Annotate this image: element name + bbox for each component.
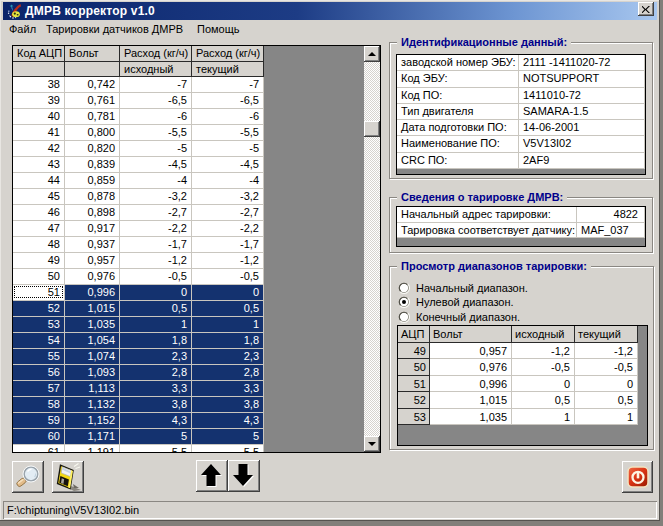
save-button[interactable] (52, 461, 84, 493)
grid-cell[interactable]: 0,976 (65, 269, 120, 285)
grid-cell[interactable]: 0,5 (192, 301, 264, 317)
grid-cell[interactable]: 49 (13, 253, 65, 269)
grid-cell[interactable]: 0 (120, 285, 192, 301)
grid-cell[interactable]: 1,113 (65, 381, 120, 397)
menu-item-0[interactable]: Файл (9, 20, 36, 39)
grid-cell[interactable]: 40 (13, 109, 65, 125)
ranges-cell[interactable]: -1,2 (512, 343, 575, 360)
grid-cell[interactable]: 56 (13, 365, 65, 381)
grid-cell[interactable]: 5 (120, 429, 192, 445)
grid-cell[interactable]: -6 (120, 109, 192, 125)
grid-cell[interactable]: 1,152 (65, 413, 120, 429)
grid-cell[interactable]: -7 (192, 77, 264, 93)
ranges-cell[interactable]: 0 (512, 376, 575, 393)
search-button[interactable] (12, 461, 44, 493)
radio-option-2[interactable]: Конечный диапазон. (398, 310, 520, 324)
grid-cell[interactable]: 39 (13, 93, 65, 109)
grid-header-cell[interactable]: Расход (кг/ч) (120, 46, 192, 62)
calibration-grid[interactable]: Код АЦПВольтРасход (кг/ч)Расход (кг/ч)ис… (12, 45, 381, 453)
grid-cell[interactable]: 0,957 (65, 253, 120, 269)
ranges-header-cell[interactable]: Вольт (430, 326, 512, 343)
radio-option-0[interactable]: Начальный диапазон. (398, 281, 528, 295)
grid-cell[interactable]: 47 (13, 221, 65, 237)
grid-cell[interactable]: 0 (192, 285, 264, 301)
grid-cell[interactable]: 1,015 (65, 301, 120, 317)
grid-cell[interactable]: 4,3 (120, 413, 192, 429)
grid-cell[interactable]: 38 (13, 77, 65, 93)
grid-cell[interactable]: 5 (192, 429, 264, 445)
grid-cell[interactable]: 3,3 (192, 381, 264, 397)
grid-cell[interactable]: 45 (13, 189, 65, 205)
grid-cell[interactable]: 1,093 (65, 365, 120, 381)
ranges-cell[interactable]: 1,035 (430, 409, 512, 426)
grid-cell[interactable]: 51 (13, 285, 65, 301)
scroll-up-button[interactable] (364, 46, 380, 62)
grid-cell[interactable]: -0,5 (120, 269, 192, 285)
grid-cell[interactable]: -4,5 (120, 157, 192, 173)
grid-cell[interactable]: -4,5 (192, 157, 264, 173)
grid-cell[interactable]: 0,898 (65, 205, 120, 221)
grid-cell[interactable]: -3,2 (120, 189, 192, 205)
grid-cell[interactable]: -4 (192, 173, 264, 189)
grid-cell[interactable]: -2,7 (192, 205, 264, 221)
grid-cell[interactable]: -1,2 (192, 253, 264, 269)
grid-cell[interactable]: -1,7 (120, 237, 192, 253)
ranges-header-cell[interactable]: АЦП (398, 326, 430, 343)
grid-cell[interactable]: -5 (120, 141, 192, 157)
grid-cell[interactable]: 1 (192, 317, 264, 333)
ranges-cell[interactable]: 53 (398, 409, 430, 426)
scroll-down-button[interactable] (364, 436, 380, 452)
grid-cell[interactable]: -5 (192, 141, 264, 157)
grid-header-cell[interactable]: Расход (кг/ч) (192, 46, 264, 62)
grid-cell[interactable]: 0,761 (65, 93, 120, 109)
grid-cell[interactable]: 5,5 (192, 445, 264, 453)
grid-cell[interactable]: 1,132 (65, 397, 120, 413)
grid-scrollbar[interactable] (364, 46, 380, 452)
move-down-button[interactable] (228, 460, 260, 492)
ranges-cell[interactable]: 0,996 (430, 376, 512, 393)
grid-cell[interactable]: 1,035 (65, 317, 120, 333)
grid-cell[interactable]: -3,2 (192, 189, 264, 205)
grid-cell[interactable]: 3,3 (120, 381, 192, 397)
grid-header-cell[interactable]: Вольт (65, 46, 120, 62)
grid-cell[interactable]: 0,859 (65, 173, 120, 189)
ranges-header-cell[interactable]: исходный (512, 326, 575, 343)
ranges-cell[interactable]: 1 (512, 409, 575, 426)
grid-cell[interactable]: 0,800 (65, 125, 120, 141)
menu-item-2[interactable]: Помощь (197, 20, 240, 39)
grid-cell[interactable]: 1,054 (65, 333, 120, 349)
ranges-cell[interactable]: -1,2 (575, 343, 638, 360)
ranges-cell[interactable]: 52 (398, 392, 430, 409)
ranges-header-cell[interactable]: текущий (575, 326, 638, 343)
ranges-cell[interactable]: -0,5 (512, 359, 575, 376)
grid-cell[interactable]: -1,7 (192, 237, 264, 253)
ranges-cell[interactable]: 0,957 (430, 343, 512, 360)
grid-cell[interactable]: -2,2 (120, 221, 192, 237)
grid-cell[interactable]: 50 (13, 269, 65, 285)
grid-cell[interactable]: 44 (13, 173, 65, 189)
ranges-cell[interactable]: 49 (398, 343, 430, 360)
grid-cell[interactable]: 0,917 (65, 221, 120, 237)
grid-cell[interactable]: 48 (13, 237, 65, 253)
grid-cell[interactable]: 0,781 (65, 109, 120, 125)
grid-cell[interactable]: 1,171 (65, 429, 120, 445)
grid-cell[interactable]: 0,878 (65, 189, 120, 205)
grid-subheader-cell[interactable] (65, 62, 120, 77)
grid-cell[interactable]: -4 (120, 173, 192, 189)
ranges-cell[interactable]: 50 (398, 359, 430, 376)
scroll-thumb[interactable] (364, 121, 380, 137)
grid-cell[interactable]: 1,8 (192, 333, 264, 349)
grid-cell[interactable]: -6 (192, 109, 264, 125)
ranges-cell[interactable]: 1,015 (430, 392, 512, 409)
grid-subheader-cell[interactable] (13, 62, 65, 77)
grid-cell[interactable]: 60 (13, 429, 65, 445)
grid-cell[interactable]: 46 (13, 205, 65, 221)
grid-cell[interactable]: 0,820 (65, 141, 120, 157)
grid-cell[interactable]: 53 (13, 317, 65, 333)
grid-cell[interactable]: -7 (120, 77, 192, 93)
grid-cell[interactable]: 58 (13, 397, 65, 413)
grid-cell[interactable]: 0,5 (120, 301, 192, 317)
grid-subheader-cell[interactable]: исходный (120, 62, 192, 77)
grid-cell[interactable]: 1 (120, 317, 192, 333)
grid-header-cell[interactable]: Код АЦП (13, 46, 65, 62)
